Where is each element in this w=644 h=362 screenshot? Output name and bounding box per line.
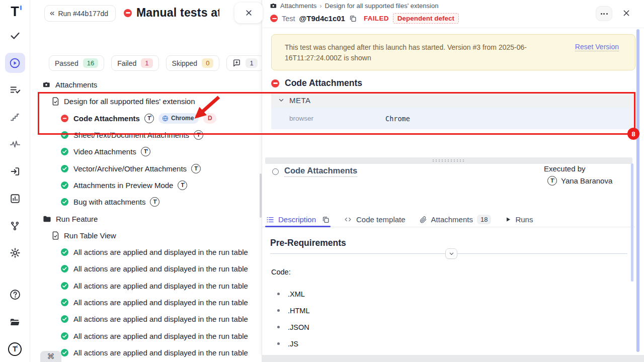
list-icon [266, 216, 274, 224]
sidebar-item-docs[interactable] [5, 312, 25, 332]
failed-status-icon [124, 9, 132, 17]
pulse-icon [10, 139, 21, 150]
tree-item-label: Code Attachments [73, 114, 140, 123]
tree-row[interactable]: Run Feature [30, 210, 262, 227]
sidebar-item-reports[interactable] [5, 189, 25, 209]
tree-row[interactable]: Attachments [30, 76, 262, 93]
assignee-avatar[interactable]: T [191, 164, 201, 173]
filter-chip[interactable]: Passed 16 [49, 55, 104, 71]
tree-row[interactable]: All actions are applied and displayed in… [30, 311, 262, 327]
passed-icon [60, 282, 69, 290]
tree-item-label: Run Table View [64, 231, 116, 240]
sidebar-item-runs[interactable] [5, 53, 25, 73]
reset-version-link[interactable]: Reset Version [575, 43, 619, 51]
tree-item-label: All actions are applied and displayed in… [73, 315, 248, 323]
comment-filter-chip[interactable]: 1 [226, 55, 263, 71]
tree-row[interactable]: All actions are applied and displayed in… [30, 327, 262, 344]
sub-section-title[interactable]: Code Attachments [284, 166, 357, 177]
passed-icon [60, 315, 69, 323]
breadcrumb-current[interactable]: Design for all supported files' extensio… [325, 2, 439, 10]
tab-attachments[interactable]: Attachments 18 [420, 212, 492, 227]
sidebar-item-help[interactable] [5, 285, 25, 305]
sub-section-heading: Code Attachments [272, 166, 357, 177]
meta-block: META browser Chrome [271, 93, 635, 129]
tree-row[interactable]: Design for all supported files' extensio… [30, 93, 262, 110]
sidebar-item-tests[interactable] [5, 26, 25, 46]
tree-row[interactable]: Bug with attachments T [30, 194, 262, 210]
tree-row[interactable]: All actions are applied and displayed in… [30, 278, 262, 294]
tree-row[interactable]: Sheet/Text/Document Attachments T [30, 127, 262, 143]
tree-item-label: Sheet/Text/Document Attachments [73, 131, 189, 139]
breadcrumb-root[interactable]: Attachments [280, 2, 316, 10]
tree-row[interactable]: All actions are applied and displayed in… [30, 244, 262, 260]
bullet-icon [277, 326, 280, 328]
bar-chart-icon [10, 193, 21, 204]
tree-row[interactable]: Vector/Archive/Other Attachments T [30, 160, 262, 176]
filter-chip[interactable]: Failed 1 [111, 55, 158, 71]
sidebar-item-settings[interactable] [5, 243, 25, 263]
tab-label: Code template [356, 215, 406, 224]
test-tree: Attachments Design for all supported fil… [30, 76, 262, 361]
detail-header: Attachments › Design for all supported f… [262, 0, 644, 28]
app-logo[interactable]: T [11, 5, 19, 19]
sidebar-item-import[interactable] [5, 161, 25, 182]
copy-icon[interactable] [349, 15, 357, 22]
dependent-defect-badge[interactable]: Dependent defect [393, 13, 459, 24]
run-id-label: Run #44b177dd [58, 10, 108, 18]
tab-code-template[interactable]: Code template [344, 212, 406, 227]
gear-icon [10, 247, 21, 258]
tree-row[interactable]: All actions are applied and displayed in… [30, 294, 262, 311]
tab-runs[interactable]: Runs [505, 212, 533, 227]
failed-status-icon [270, 15, 278, 22]
sidebar-item-plans[interactable] [5, 80, 25, 100]
section-title: Code Attachments [285, 78, 362, 88]
back-to-run-button[interactable]: « Run #44b177dd [44, 5, 116, 22]
filter-chip[interactable]: Skipped 0 [166, 55, 220, 71]
filter-chips: Passed 16 Failed 1 Skipped 0 1 [49, 55, 264, 71]
folder-icon [9, 316, 21, 328]
assignee-avatar[interactable]: T [194, 130, 203, 140]
tree-row[interactable]: Video Attachments T [30, 143, 262, 160]
assignee-avatar[interactable]: T [178, 180, 187, 190]
executed-by-label: Executed by [544, 164, 612, 173]
assignee-avatar[interactable]: T [144, 114, 154, 123]
sidebar-item-milestones[interactable] [5, 107, 25, 127]
background-strip [262, 355, 644, 362]
chrome-badge[interactable]: Chrome [158, 113, 199, 124]
inner-scrollbar[interactable] [631, 163, 633, 282]
bullet-icon [277, 309, 280, 312]
version-warning-banner: This test was changed after this launch … [271, 34, 635, 70]
tree-row[interactable]: All actions are applied and displayed in… [30, 344, 262, 361]
tree-row[interactable]: Attachments in Preview Mode T [30, 177, 262, 194]
executed-by-block: Executed by T Yana Baranova [544, 164, 612, 186]
failed-status-text: FAILED [364, 15, 389, 22]
breadcrumb: Attachments › Design for all supported f… [270, 2, 438, 10]
meta-header[interactable]: META [271, 93, 635, 108]
tree-row[interactable]: Run Table View [30, 227, 262, 244]
tree-row[interactable]: All actions are applied and displayed in… [30, 260, 262, 277]
close-detail-icon[interactable] [622, 9, 630, 17]
collapse-section-button[interactable] [445, 248, 457, 259]
check-icon [10, 30, 21, 41]
code-extension-list: .XML .HTML .JSON .JS [277, 286, 310, 352]
sidebar-item-account[interactable]: T [5, 339, 25, 359]
tab-description[interactable]: Description [266, 212, 330, 227]
panel-close-button[interactable] [234, 3, 263, 23]
chevrons-left-icon: « [50, 8, 54, 18]
defect-letter-badge[interactable]: D [203, 113, 216, 124]
tree-row[interactable]: Code Attachments T Chrome D [30, 110, 262, 127]
passed-icon [60, 298, 69, 307]
test-id: @T9d4c1c01 [299, 14, 345, 23]
sidebar-item-branches[interactable] [5, 216, 25, 236]
bullet-icon [277, 342, 280, 345]
message-plus-icon [232, 59, 241, 67]
passed-icon [60, 332, 69, 340]
assignee-avatar[interactable]: T [141, 147, 150, 156]
panel-scrollbar[interactable] [636, 29, 639, 352]
sidebar-item-analytics[interactable] [5, 134, 25, 154]
copy-icon[interactable] [322, 216, 330, 223]
panel-resize-handle[interactable] [265, 157, 632, 164]
assignee-avatar[interactable]: T [150, 197, 159, 207]
command-key-button[interactable]: ⌘ [40, 351, 61, 362]
more-menu-button[interactable] [596, 6, 612, 21]
